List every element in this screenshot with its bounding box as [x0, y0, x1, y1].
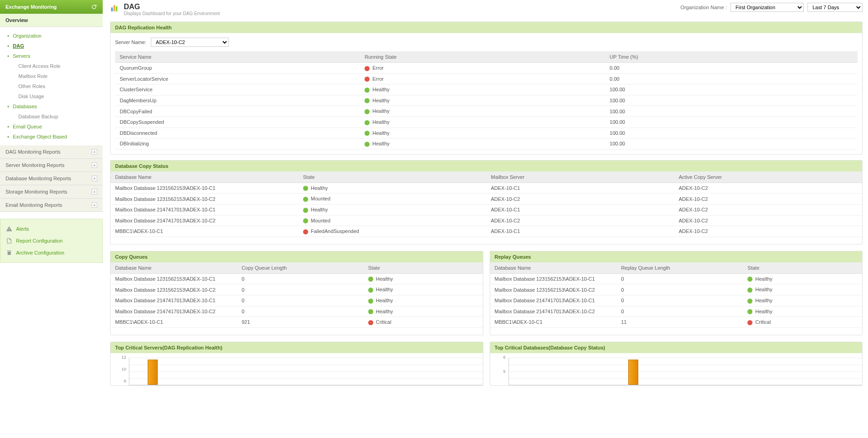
nav-item-databases[interactable]: Databases: [0, 101, 103, 111]
cell-uptime: 0.00: [605, 63, 857, 74]
cell-state: Healthy: [364, 273, 483, 284]
nav-item-database-backup[interactable]: Database Backup: [0, 111, 103, 122]
nav-label: Other Roles: [18, 83, 45, 89]
status-dot: [747, 309, 752, 314]
report-section-label: DAG Monitoring Reports: [6, 149, 61, 155]
report-section-label: Storage Monitoring Reports: [6, 189, 67, 194]
report-section-dag-monitoring-reports[interactable]: DAG Monitoring Reports+: [0, 145, 103, 159]
cell-len: 0: [237, 284, 364, 295]
table-row: QuorumGroup Error 0.00: [115, 63, 857, 74]
status-dot: [365, 77, 370, 82]
cell-len: 0: [237, 306, 364, 317]
table-row: Mailbox Database 2147417013\ADEX-10-C2 0…: [111, 306, 483, 317]
server-name-select[interactable]: ADEX-10-C2: [151, 38, 229, 47]
org-select[interactable]: First Organization: [730, 3, 804, 12]
cell-state: Healthy: [743, 284, 862, 295]
refresh-icon[interactable]: [91, 4, 97, 10]
cell-state: Healthy: [364, 306, 483, 317]
nav-list: OrganizationDAGServersClient Access Role…: [0, 27, 103, 145]
table-row: Mailbox Database 1231562153\ADEX-10-C1 0…: [490, 273, 862, 284]
status-dot: [747, 299, 752, 304]
report-section-email-monitoring-reports[interactable]: Email Monitoring Reports+: [0, 199, 103, 212]
archive-config-label: Archive Configuration: [16, 250, 64, 255]
status-dot: [747, 320, 752, 325]
cell-db: Mailbox Database 2147417013\ADEX-10-C2: [490, 306, 617, 317]
table-row: Mailbox Database 1231562153\ADEX-10-C1 H…: [111, 183, 862, 194]
db-copy-header: Database Copy Status: [111, 161, 862, 172]
db-copy-panel: Database Copy Status Database Name State…: [110, 160, 862, 244]
table-row: MBBC1\ADEX-10-C1 FailedAndSuspended ADEX…: [111, 226, 862, 237]
nav-label: Databases: [13, 104, 37, 109]
nav-label: Organization: [13, 33, 41, 39]
cell-db: Mailbox Database 1231562153\ADEX-10-C1: [111, 183, 299, 194]
nav-item-servers[interactable]: Servers: [0, 51, 103, 61]
cell-uptime: 100.00: [605, 139, 857, 150]
col-state: State: [299, 172, 487, 183]
nav-item-dag[interactable]: DAG: [0, 41, 103, 51]
expand-icon: +: [92, 189, 97, 194]
col-uptime: UP Time (%): [605, 51, 857, 63]
status-dot: [365, 142, 370, 147]
report-section-label: Server Monitoring Reports: [6, 162, 64, 168]
cell-uptime: 100.00: [605, 116, 857, 128]
page-title: DAG: [124, 3, 220, 11]
cell-db: Mailbox Database 1231562153\ADEX-10-C1: [490, 273, 617, 284]
cell-state: Healthy: [360, 139, 605, 150]
archive-config-link[interactable]: Archive Configuration: [0, 247, 102, 259]
cell-service: QuorumGroup: [115, 63, 360, 74]
cell-len: 0: [237, 295, 364, 306]
cell-acs: ADEX-10-C2: [674, 215, 862, 226]
nav-item-organization[interactable]: Organization: [0, 31, 103, 41]
nav-item-other-roles[interactable]: Other Roles: [0, 81, 103, 91]
nav-item-client-access-role[interactable]: Client Access Role: [0, 61, 103, 71]
cell-db: MBBC1\ADEX-10-C1: [111, 317, 237, 328]
col-service-name: Service Name: [115, 51, 360, 63]
report-section-server-monitoring-reports[interactable]: Server Monitoring Reports+: [0, 159, 103, 172]
alerts-link[interactable]: Alerts: [0, 223, 102, 235]
server-name-label: Server Name:: [115, 39, 146, 45]
cell-service: DBCopySuspended: [115, 116, 360, 128]
status-dot: [365, 88, 370, 93]
cell-state: Healthy: [360, 116, 605, 128]
archive-icon: [6, 249, 12, 256]
nav-label: DAG: [13, 43, 24, 49]
critical-servers-panel: Top Critical Servers(DAG Replication Hea…: [110, 342, 483, 386]
report-section-database-monitoring-reports[interactable]: Database Monitoring Reports+: [0, 172, 103, 185]
nav-label: Client Access Role: [18, 63, 61, 69]
table-row: DBInitializing Healthy 100.00: [115, 139, 857, 150]
cell-mbx: ADEX-10-C2: [487, 194, 674, 205]
nav-label: Database Backup: [18, 114, 58, 119]
col-mbx-server: Mailbox Server: [487, 172, 674, 183]
cell-state: Healthy: [743, 295, 862, 306]
sidebar-title: Exchange Monitoring: [6, 4, 57, 10]
copy-queues-panel: Copy Queues Database Name Copy Queue Len…: [110, 251, 483, 335]
status-dot: [365, 120, 370, 125]
critical-servers-chart: 12108: [111, 353, 483, 385]
cell-state: Healthy: [743, 273, 862, 284]
cell-len: 0: [237, 273, 364, 284]
cell-service: ServerLocatorService: [115, 73, 360, 84]
config-box: Alerts Report Configuration Archive Conf…: [0, 219, 103, 263]
cell-state: Mounted: [299, 215, 487, 226]
cell-mbx: ADEX-10-C2: [487, 215, 674, 226]
replication-header: DAG Replication Health: [111, 22, 862, 33]
nav-item-email-queue[interactable]: Email Queue: [0, 122, 103, 132]
nav-item-exchange-object-based[interactable]: Exchange Object Based: [0, 132, 103, 142]
rq-col-db: Database Name: [490, 262, 617, 274]
cell-mbx: ADEX-10-C1: [487, 204, 674, 215]
table-row: Mailbox Database 2147417013\ADEX-10-C2 0…: [490, 306, 862, 317]
table-row: DagMembersUp Healthy 100.00: [115, 95, 857, 106]
range-select[interactable]: Last 7 Days: [807, 3, 862, 12]
report-section-storage-monitoring-reports[interactable]: Storage Monitoring Reports+: [0, 185, 103, 199]
nav-item-mailbox-role[interactable]: Mailbox Role: [0, 71, 103, 81]
replay-queues-table: Database Name Replay Queue Length State …: [490, 262, 862, 328]
cell-len: 921: [237, 317, 364, 328]
status-dot: [747, 277, 752, 282]
nav-item-disk-usage[interactable]: Disk Usage: [0, 91, 103, 101]
nav-label: Servers: [13, 53, 30, 59]
cell-state: Healthy: [360, 84, 605, 95]
status-dot: [365, 98, 370, 103]
cell-uptime: 100.00: [605, 95, 857, 106]
report-config-link[interactable]: Report Configuration: [0, 235, 102, 247]
report-config-label: Report Configuration: [16, 238, 63, 244]
